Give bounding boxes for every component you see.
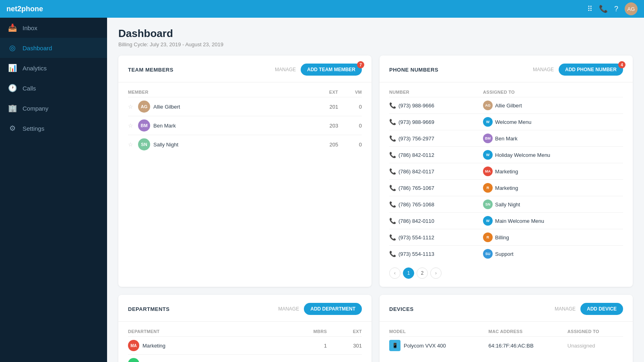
col-mbrs: MBRS (274, 327, 327, 337)
assigned-avatar: SN (483, 200, 493, 209)
table-row: ☆ BM Ben Mark 203 0 (128, 116, 362, 135)
table-row: 📞(973) 988-9666 AG Allie Gilbert (389, 97, 623, 114)
sidebar-item-label: Inbox (23, 25, 37, 31)
phone-icon: 📞 (389, 152, 396, 158)
sidebar-item-label: Dashboard (23, 45, 52, 51)
table-row: 📞(786) 765-1067 R Marketing (389, 180, 623, 196)
star-icon[interactable]: ☆ (128, 103, 133, 110)
col-mac: MAC ADDRESS (489, 327, 568, 337)
team-members-card: TEAM MEMBERS MANAGE ADD TEAM MEMBER 7 ME… (118, 56, 372, 287)
assigned-name: Sally Night (495, 202, 520, 208)
sidebar-item-company[interactable]: 🏢 Company (0, 98, 107, 118)
user-avatar[interactable]: AG (625, 2, 638, 15)
table-row: 📞(786) 765-1068 SN Sally Night (389, 196, 623, 213)
assigned-name: Ben Mark (495, 136, 518, 142)
table-row: ☆ AG Allie Gilbert 201 0 (128, 97, 362, 116)
assigned-avatar: SU (483, 249, 493, 259)
departments-table: DEPARTMENT MBRS EXT MA Marketing 1 301 S… (128, 327, 362, 362)
dept-avatar: MA (128, 340, 139, 351)
sidebar-item-dashboard[interactable]: ◎ Dashboard (0, 38, 107, 58)
apps-icon[interactable]: ⠿ (587, 4, 592, 13)
sidebar-item-analytics[interactable]: 📊 Analytics (0, 58, 107, 78)
prev-page-button[interactable]: ‹ (389, 267, 400, 279)
topbar-right: ⠿ 📞 ? AG (587, 2, 638, 15)
page-title: Dashboard (118, 27, 633, 40)
assigned-cell: SU Support (483, 246, 623, 262)
phone-number-cell: 📞(786) 842-0117 (389, 163, 483, 180)
member-avatar: BM (138, 119, 150, 132)
table-row: 📱 Polycom VVX 400 64:16:7F:46:AC:BB Unas… (389, 337, 623, 355)
phone-number-cell: 📞(973) 756-2977 (389, 130, 483, 147)
assigned-cell: R Marketing (483, 180, 623, 196)
phone-icon: 📞 (389, 201, 396, 208)
table-row: ☆ SN Sally Night 205 0 (128, 135, 362, 154)
departments-header: DEPARTMENTS MANAGE ADD DEPARTMENT (128, 303, 362, 315)
phone-number-cell: 📞(973) 554-1112 (389, 229, 483, 246)
devices-actions: MANAGE ADD DEVICE (555, 303, 623, 315)
add-team-member-button[interactable]: ADD TEAM MEMBER 7 (301, 64, 362, 76)
device-icon: 📱 (389, 340, 400, 351)
calls-icon: 🕐 (8, 84, 17, 93)
star-icon[interactable]: ☆ (128, 141, 133, 148)
team-members-manage[interactable]: MANAGE (275, 67, 296, 72)
assigned-avatar: W (483, 117, 493, 127)
member-avatar: SN (138, 138, 150, 150)
devices-manage[interactable]: MANAGE (555, 306, 576, 312)
member-vm: 0 (338, 135, 362, 154)
col-assigned: ASSIGNED TO (483, 87, 623, 97)
cards-grid: TEAM MEMBERS MANAGE ADD TEAM MEMBER 7 ME… (118, 56, 633, 362)
member-ext: 201 (307, 97, 338, 116)
help-icon[interactable]: ? (614, 5, 618, 13)
dept-name: Sales (142, 361, 156, 362)
sidebar-item-label: Calls (23, 85, 36, 92)
add-device-button[interactable]: ADD DEVICE (580, 303, 623, 315)
next-page-button[interactable]: › (430, 267, 442, 279)
add-department-button[interactable]: ADD DEPARTMENT (304, 303, 362, 315)
main-content: Dashboard Billing Cycle: July 23, 2019 -… (107, 18, 644, 362)
team-members-title: TEAM MEMBERS (128, 67, 173, 73)
sidebar-item-inbox[interactable]: 📥 Inbox (0, 18, 107, 38)
assigned-name: Marketing (495, 169, 518, 175)
table-row: 📞(786) 842-0112 W Holiday Welcome Menu (389, 147, 623, 163)
assigned-avatar: R (483, 183, 493, 193)
phone-numbers-pagination: ‹ 1 2 › (389, 267, 623, 279)
sidebar: 📥 Inbox ◎ Dashboard 📊 Analytics 🕐 Calls … (0, 18, 107, 362)
topbar: net2phone ⠿ 📞 ? AG (0, 0, 644, 18)
assigned-cell: MA Marketing (483, 163, 623, 180)
assigned-avatar: W (483, 150, 493, 160)
billing-cycle: Billing Cycle: July 23, 2019 - August 23… (118, 41, 633, 47)
sidebar-item-calls[interactable]: 🕐 Calls (0, 78, 107, 98)
page-1-button[interactable]: 1 (403, 267, 414, 279)
assigned-name: Welcome Menu (495, 119, 531, 125)
dept-cell: SA Sales (128, 355, 274, 362)
page-2-button[interactable]: 2 (417, 267, 428, 279)
member-name: Allie Gilbert (153, 104, 180, 110)
dept-avatar: SA (128, 358, 139, 362)
departments-card: DEPARTMENTS MANAGE ADD DEPARTMENT DEPART… (118, 295, 372, 362)
dept-cell: MA Marketing (128, 337, 274, 355)
sidebar-item-label: Analytics (23, 65, 47, 72)
assigned-name: Allie Gilbert (495, 103, 522, 109)
table-row: 📞(973) 756-2977 BM Ben Mark (389, 130, 623, 147)
phone-number-cell: 📞(973) 988-9669 (389, 114, 483, 130)
departments-manage[interactable]: MANAGE (278, 306, 299, 312)
sidebar-item-settings[interactable]: ⚙ Settings (0, 118, 107, 138)
phone-numbers-title: PHONE NUMBERS (389, 67, 438, 73)
devices-table: MODEL MAC ADDRESS ASSIGNED TO 📱 Polycom … (389, 327, 623, 354)
member-name: Sally Night (153, 142, 178, 148)
member-name: Ben Mark (153, 123, 176, 129)
phone-numbers-header: PHONE NUMBERS MANAGE ADD PHONE NUMBER 4 (389, 64, 623, 76)
star-icon[interactable]: ☆ (128, 122, 133, 129)
voicemail-icon[interactable]: 📞 (599, 4, 608, 13)
col-ext-dept: EXT (327, 327, 362, 337)
member-ext: 205 (307, 135, 338, 154)
dept-name: Marketing (142, 343, 165, 349)
table-row: MA Marketing 1 301 (128, 337, 362, 355)
assigned-avatar: AG (483, 101, 493, 110)
phone-numbers-table: NUMBER ASSIGNED TO 📞(973) 988-9666 AG Al… (389, 87, 623, 262)
table-row: 📞(973) 554-1113 SU Support (389, 246, 623, 262)
col-ext: EXT (307, 87, 338, 97)
phone-icon: 📞 (389, 218, 396, 224)
phone-numbers-manage[interactable]: MANAGE (533, 67, 554, 72)
add-phone-number-button[interactable]: ADD PHONE NUMBER 4 (559, 64, 623, 76)
